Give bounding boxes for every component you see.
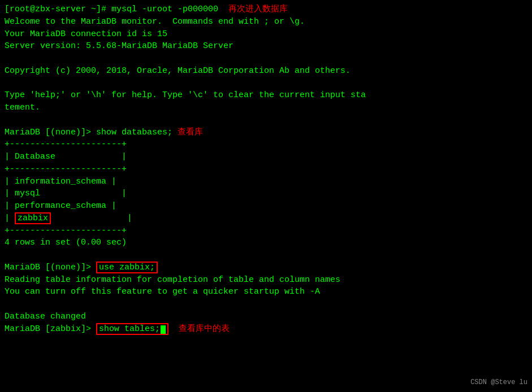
line-help1: Type 'help;' or '\h' for help. Type '\c'… [5, 89, 527, 102]
line-reading: Reading table information for completion… [5, 274, 527, 286]
line-table-sep: +----------------------+ [5, 163, 527, 176]
annotation-1: 再次进入数据库 [218, 5, 288, 14]
line-4: Server version: 5.5.68-MariaDB MariaDB S… [5, 40, 527, 53]
csdn-watermark: CSDN @Steve lu [470, 378, 527, 387]
line-db-changed: Database changed [5, 311, 527, 323]
prompt-user: [root@zbx-server ~]# [5, 5, 111, 14]
line-2: Welcome to the MariaDB monitor. Commands… [5, 16, 527, 28]
line-zabbix-row: | zabbix | [5, 212, 527, 225]
line-use-zabbix: MariaDB [(none)]> use zabbix; [5, 262, 527, 274]
line-show-db: MariaDB [(none)]> show databases; 查看库 [5, 127, 527, 139]
line-perf-schema: | performance_schema | [5, 200, 527, 212]
cmd-mysql: mysql -uroot -p000000 [111, 5, 218, 14]
line-blank4 [5, 249, 527, 262]
use-zabbix-cmd-box: use zabbix; [96, 262, 158, 273]
line-info-schema: | information_schema | [5, 176, 527, 188]
line-blank1 [5, 53, 527, 65]
line-3: Your MariaDB connection id is 15 [5, 28, 527, 41]
line-copyright: Copyright (c) 2000, 2018, Oracle, MariaD… [5, 65, 527, 77]
line-help2: tement. [5, 102, 527, 114]
line-table-bottom: +----------------------+ [5, 225, 527, 237]
zabbix-highlight-box: zabbix [15, 212, 51, 224]
line-mysql-row: | mysql | [5, 188, 527, 200]
line-blank2 [5, 77, 527, 90]
commands-text: Commands [172, 17, 213, 27]
line-blank3 [5, 114, 527, 127]
line-turnoff: You can turn off this feature to get a q… [5, 286, 527, 298]
mariadb-prompt-1: MariaDB [(none)]> show databases; [5, 128, 178, 137]
line-table-header: | Database | [5, 151, 527, 163]
line-blank5 [5, 298, 527, 311]
annotation-3: 查看库中的表 [168, 324, 230, 334]
line-1: [root@zbx-server ~]# mysql -uroot -p0000… [5, 3, 527, 16]
annotation-2: 查看库 [178, 128, 203, 137]
mariadb-prompt-2: MariaDB [(none)]> [5, 263, 96, 272]
line-table-top: +----------------------+ [5, 138, 527, 151]
cursor-block [161, 325, 166, 334]
line-rows-in-set: 4 rows in set (0.00 sec) [5, 237, 527, 249]
line-show-tables: MariaDB [zabbix]> show tables; 查看库中的表 [5, 323, 527, 336]
show-tables-cmd-box: show tables; [96, 323, 168, 335]
terminal: [root@zbx-server ~]# mysql -uroot -p0000… [0, 0, 532, 392]
mariadb-prompt-3: MariaDB [zabbix]> [5, 324, 96, 334]
